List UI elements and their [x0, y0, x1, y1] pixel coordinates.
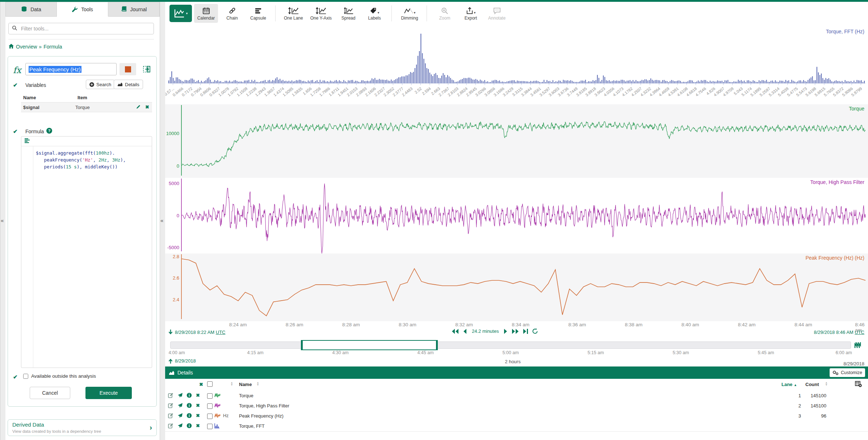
window-left-handle[interactable]	[301, 340, 303, 350]
details-row-torque-fft[interactable]: ✖Torque, FFT	[165, 421, 868, 432]
toolbar-one-lane-button[interactable]: One Lane	[281, 4, 306, 23]
sort-type-icon[interactable]: ▴▾	[231, 382, 232, 386]
lane-title-highpass[interactable]: Torque, High Pass Filter	[810, 179, 864, 185]
edit-item-icon[interactable]	[168, 413, 173, 419]
chart-lane-highpass[interactable]: 50000-5000Torque, High Pass Filter	[165, 178, 868, 253]
overview-tick-label: 4:00 am	[168, 350, 185, 355]
item-name[interactable]: Torque, High Pass Filter	[239, 403, 289, 408]
lane-title-fft[interactable]: Torque, FFT (Hz)	[826, 29, 864, 34]
toolbar-one-y-axis-button[interactable]: One Y-Axis	[308, 4, 334, 23]
send-item-icon[interactable]	[177, 393, 183, 399]
step-to-end-icon[interactable]	[523, 328, 528, 334]
details-row-torque[interactable]: ✖Torque1145100	[165, 391, 868, 401]
step-back-icon[interactable]	[463, 328, 467, 334]
tab-tools[interactable]: Tools	[57, 2, 108, 17]
row-checkbox[interactable]	[207, 393, 213, 399]
overview-tick-label: 5:15 am	[587, 350, 604, 355]
remove-variable-icon[interactable]: ✖	[145, 104, 149, 110]
chevron-right-icon[interactable]: ›	[150, 423, 152, 432]
lane-column-header[interactable]: Lane ▲	[781, 382, 797, 387]
item-info-icon[interactable]	[186, 403, 192, 409]
count-column-header[interactable]: Count	[805, 382, 819, 387]
formula-help-icon[interactable]: ?	[46, 128, 52, 134]
refresh-icon[interactable]	[532, 328, 538, 334]
chart-lane-fft[interactable]: 0.57...0.64660.71720.79040.86060.93271.0…	[165, 27, 868, 104]
display-range-start[interactable]: 8/29/2018 8:22 AM UTC	[168, 330, 226, 335]
auto-update-icon[interactable]	[854, 341, 862, 350]
remove-all-icon[interactable]: ✖	[199, 382, 203, 387]
variables-details-button[interactable]: Details	[114, 80, 143, 89]
sort-count-icon[interactable]: ▴▾	[826, 382, 827, 386]
toolbar-calendar-button[interactable]: Calendar	[194, 4, 218, 23]
step-forward-icon[interactable]	[504, 328, 508, 334]
display-range-end[interactable]: 8/29/2018 8:46 AM UTC	[814, 330, 865, 335]
lane-title-peakfreq[interactable]: Peak Frequency (Hz) (Hz)	[805, 255, 864, 261]
breadcrumb-overview-link[interactable]: Overview	[16, 44, 37, 50]
send-item-icon[interactable]	[177, 413, 183, 419]
derived-data-panel[interactable]: Derived Data View data created by tools …	[8, 419, 157, 436]
home-icon[interactable]	[8, 43, 14, 50]
sidebar-collapse-strip[interactable]: «	[160, 2, 165, 440]
toolbar-capsule-button[interactable]: Capsule	[246, 4, 270, 23]
add-column-icon[interactable]	[855, 381, 862, 388]
toolbar-chain-button[interactable]: Chain	[220, 4, 244, 23]
row-checkbox[interactable]	[207, 403, 213, 409]
toolbar-export-button[interactable]: ▾Export	[459, 4, 483, 23]
name-column-header[interactable]: Name	[239, 382, 252, 387]
send-item-icon[interactable]	[177, 423, 183, 429]
left-collapse-strip[interactable]: «	[0, 2, 6, 440]
edit-variable-icon[interactable]	[136, 104, 141, 110]
toolbar-spread-button[interactable]: Spread	[336, 4, 360, 23]
main-area: ▾ CalendarChainCapsuleOne LaneOne Y-Axis…	[165, 2, 868, 440]
execute-button[interactable]: Execute	[85, 387, 132, 399]
send-item-icon[interactable]	[177, 403, 183, 409]
details-row-peak-frequency-hz-[interactable]: ✖HzPeak Frequency (Hz)396	[165, 411, 868, 422]
item-info-icon[interactable]	[186, 393, 192, 399]
overview-scrollbar-track[interactable]	[170, 341, 851, 349]
details-row-torque-high-pass-filter[interactable]: ✖Torque, High Pass Filter2145100	[165, 401, 868, 411]
toolbar-labels-button[interactable]: ▾Labels	[362, 4, 386, 23]
chart-lane-torque[interactable]: 100000Torque	[165, 104, 868, 178]
remove-item-icon[interactable]: ✖	[196, 393, 200, 398]
formula-name-input[interactable]: Peak Frequency (Hz)	[25, 63, 117, 75]
toolbar-dimming-button[interactable]: ▾Dimming	[398, 4, 422, 23]
row-checkbox[interactable]	[207, 414, 213, 419]
edit-item-icon[interactable]	[168, 403, 173, 409]
edit-item-icon[interactable]	[168, 423, 173, 429]
select-all-checkbox[interactable]	[207, 381, 213, 387]
remove-item-icon[interactable]: ✖	[196, 413, 200, 418]
move-to-display-icon[interactable]	[141, 64, 152, 75]
window-right-handle[interactable]	[436, 340, 438, 350]
remove-item-icon[interactable]: ✖	[196, 403, 200, 408]
variables-search-button[interactable]: Search	[86, 80, 115, 89]
sort-name-icon[interactable]: ▴▾	[257, 382, 259, 386]
overview-selection-window[interactable]	[301, 340, 438, 350]
duration-label[interactable]: 24.2 minutes	[472, 328, 499, 334]
view-selector-button[interactable]: ▾	[169, 5, 192, 22]
item-info-icon[interactable]	[186, 423, 192, 429]
item-name[interactable]: Torque, FFT	[239, 423, 265, 429]
filter-tools-box[interactable]	[8, 23, 154, 34]
item-name[interactable]: Torque	[239, 393, 253, 398]
tab-journal[interactable]: Journal	[108, 2, 160, 17]
available-outside-checkbox[interactable]	[23, 374, 28, 379]
row-checkbox[interactable]	[207, 424, 213, 429]
cancel-button[interactable]: Cancel	[30, 387, 70, 399]
formula-code[interactable]: $signal.aggregate(fft(100hz). peakFreque…	[36, 150, 126, 170]
collapse-left-icon[interactable]: «	[1, 217, 4, 223]
lane-title-torque[interactable]: Torque	[849, 106, 864, 112]
step-forward-fast-icon[interactable]	[511, 328, 519, 334]
customize-button[interactable]: Customize	[830, 368, 865, 377]
color-swatch-button[interactable]	[119, 63, 136, 75]
formula-list-icon[interactable]	[24, 138, 30, 145]
tab-data[interactable]: Data	[5, 2, 57, 17]
collapse-sidebar-icon[interactable]: «	[160, 217, 163, 223]
step-back-fast-icon[interactable]	[451, 328, 459, 334]
item-name[interactable]: Peak Frequency (Hz)	[239, 413, 284, 419]
edit-item-icon[interactable]	[168, 393, 173, 399]
filter-tools-input[interactable]	[20, 25, 150, 32]
chart-lane-peakfreq[interactable]: 2.82.62.4Peak Frequency (Hz) (Hz)	[165, 253, 868, 321]
remove-item-icon[interactable]: ✖	[196, 423, 200, 428]
formula-editor[interactable]: $signal.aggregate(fft(100hz). peakFreque…	[21, 136, 152, 368]
item-info-icon[interactable]	[186, 413, 192, 419]
